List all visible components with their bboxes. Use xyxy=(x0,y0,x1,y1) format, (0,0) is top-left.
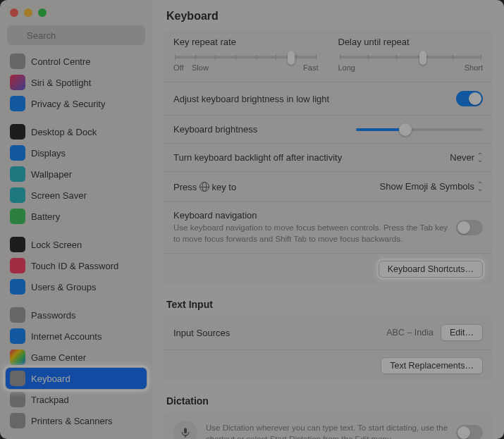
auto-brightness-toggle[interactable] xyxy=(456,91,483,106)
key-repeat-fast-label: Fast xyxy=(303,63,318,72)
sidebar-item-label: Control Centre xyxy=(31,56,91,67)
delay-repeat-slider[interactable] xyxy=(340,56,482,58)
chevron-updown-icon: ⌃⌄ xyxy=(477,154,483,162)
sidebar-item-label: Game Center xyxy=(31,352,86,363)
text-input-heading: Text Input xyxy=(164,299,493,316)
sidebar-item-screen-saver[interactable]: Screen Saver xyxy=(6,185,147,206)
pref-icon xyxy=(10,371,25,386)
sidebar-item-label: Passwords xyxy=(31,310,76,321)
globe-key-popup[interactable]: Show Emoji & Symbols ⌃⌄ xyxy=(380,181,483,192)
sidebar-item-game-center[interactable]: Game Center xyxy=(6,347,147,368)
pref-icon xyxy=(10,392,25,407)
sidebar-item-internet-accounts[interactable]: Internet Accounts xyxy=(6,326,147,347)
input-sources-label: Input Sources xyxy=(173,328,230,338)
pref-icon xyxy=(10,350,25,365)
page-title: Keyboard xyxy=(166,10,490,23)
backlight-off-label: Turn keyboard backlight off after inacti… xyxy=(173,152,342,163)
text-input-card: Input Sources ABC – India Edit… Text Rep… xyxy=(164,316,493,381)
sidebar-item-keyboard[interactable]: Keyboard xyxy=(6,368,147,389)
dictation-card: Use Dictation wherever you can type text… xyxy=(164,412,493,439)
key-repeat-slow-label: Slow xyxy=(192,63,209,72)
sidebar-item-passwords[interactable]: Passwords xyxy=(6,304,147,326)
pref-icon xyxy=(10,166,25,182)
sidebar-item-lock-screen[interactable]: Lock Screen xyxy=(6,234,147,255)
sidebar-item-label: Displays xyxy=(31,148,66,159)
auto-brightness-label: Adjust keyboard brightness in low light xyxy=(173,94,329,104)
page-header: Keyboard xyxy=(152,0,504,30)
sidebar-item-wallpaper[interactable]: Wallpaper xyxy=(6,163,147,185)
pref-icon xyxy=(10,124,25,140)
pref-icon xyxy=(10,328,25,344)
keyboard-nav-toggle[interactable] xyxy=(456,220,483,235)
keyboard-nav-label: Keyboard navigation xyxy=(173,210,449,221)
delay-short-label: Short xyxy=(465,63,483,72)
search-input[interactable] xyxy=(7,25,145,45)
pref-icon xyxy=(10,209,25,224)
edit-input-sources-button[interactable]: Edit… xyxy=(441,324,483,341)
globe-key-label: Press key to xyxy=(173,180,236,192)
sidebar-item-label: Desktop & Dock xyxy=(31,127,97,137)
chevron-updown-icon: ⌃⌄ xyxy=(477,183,483,191)
sidebar-item-privacy-security[interactable]: Privacy & Security xyxy=(6,93,147,114)
sidebar-item-label: Wallpaper xyxy=(31,169,72,180)
sidebar-item-label: Battery xyxy=(31,211,60,222)
keyboard-settings-card: Key repeat rate Off Slow Fast xyxy=(164,30,493,285)
delay-repeat-label: Delay until repeat xyxy=(338,37,484,47)
dictation-toggle[interactable] xyxy=(456,425,483,439)
fullscreen-icon[interactable] xyxy=(38,8,47,17)
sidebar-item-label: Siri & Spotlight xyxy=(31,78,91,88)
svg-rect-2 xyxy=(184,428,187,433)
key-repeat-slider[interactable] xyxy=(175,56,317,58)
sidebar-item-desktop-dock[interactable]: Desktop & Dock xyxy=(6,121,147,142)
key-repeat-off-label: Off xyxy=(173,63,183,72)
pref-icon xyxy=(10,54,25,69)
pref-icon xyxy=(10,187,25,203)
minimize-icon[interactable] xyxy=(24,8,32,17)
main-pane: Keyboard Key repeat rate Off xyxy=(152,0,504,439)
sidebar-item-label: Internet Accounts xyxy=(31,331,102,342)
sidebar-item-label: Privacy & Security xyxy=(31,99,105,109)
brightness-label: Keyboard brightness xyxy=(173,124,257,135)
settings-window: Control CentreSiri & SpotlightPrivacy & … xyxy=(0,0,504,439)
brightness-slider[interactable] xyxy=(356,128,483,131)
delay-long-label: Long xyxy=(338,63,355,72)
dictation-heading: Dictation xyxy=(164,395,493,412)
pref-icon xyxy=(10,237,25,252)
pref-icon xyxy=(10,145,25,161)
microphone-icon xyxy=(173,421,197,439)
sidebar-item-label: Printers & Scanners xyxy=(31,416,113,426)
pref-icon xyxy=(10,413,25,428)
sidebar-item-label: Keyboard xyxy=(31,373,70,384)
input-sources-value: ABC – India xyxy=(386,328,434,338)
globe-icon xyxy=(199,182,209,192)
backlight-off-popup[interactable]: Never ⌃⌄ xyxy=(450,152,483,163)
sidebar-item-printers-scanners[interactable]: Printers & Scanners xyxy=(6,410,147,431)
pref-icon xyxy=(10,96,25,111)
sidebar-item-label: Lock Screen xyxy=(31,240,82,250)
sidebar-item-control-centre[interactable]: Control Centre xyxy=(6,51,147,72)
sidebar-item-label: Users & Groups xyxy=(31,282,96,292)
sidebar-nav: Control CentreSiri & SpotlightPrivacy & … xyxy=(0,51,152,439)
text-replacements-button[interactable]: Text Replacements… xyxy=(381,357,483,374)
dictation-help: Use Dictation wherever you can type text… xyxy=(206,423,449,439)
sidebar-item-battery[interactable]: Battery xyxy=(6,206,147,227)
sidebar-item-displays[interactable]: Displays xyxy=(6,142,147,163)
keyboard-shortcuts-button[interactable]: Keyboard Shortcuts… xyxy=(379,261,483,278)
keyboard-nav-help: Use keyboard navigation to move focus be… xyxy=(173,223,449,245)
window-controls xyxy=(0,6,152,23)
pref-icon xyxy=(10,279,25,295)
sidebar-item-users-groups[interactable]: Users & Groups xyxy=(6,276,147,297)
sidebar-item-touch-id-password[interactable]: Touch ID & Password xyxy=(6,255,147,276)
sidebar-item-siri-spotlight[interactable]: Siri & Spotlight xyxy=(6,72,147,93)
close-icon[interactable] xyxy=(10,8,18,17)
sidebar-item-label: Touch ID & Password xyxy=(31,261,118,271)
pref-icon xyxy=(10,258,25,273)
sidebar-item-trackpad[interactable]: Trackpad xyxy=(6,389,147,410)
sidebar: Control CentreSiri & SpotlightPrivacy & … xyxy=(0,0,152,439)
sidebar-item-label: Trackpad xyxy=(31,395,69,405)
sidebar-item-label: Screen Saver xyxy=(31,190,87,201)
key-repeat-label: Key repeat rate xyxy=(173,37,319,47)
pref-icon xyxy=(10,75,25,90)
pref-icon xyxy=(10,307,25,323)
